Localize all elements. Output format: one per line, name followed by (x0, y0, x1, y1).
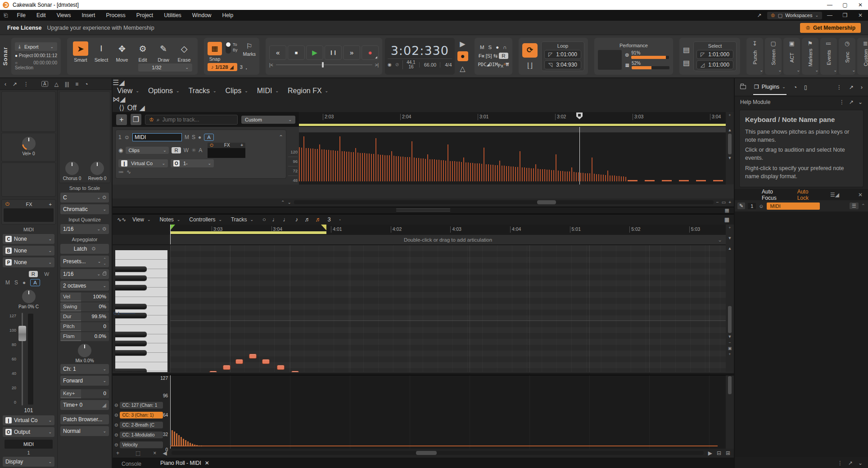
tool-smart[interactable]: ➤Smart (71, 41, 90, 63)
quantize-dropdown[interactable]: 1/16⌄⏻ (60, 224, 109, 234)
prv-grid-icon[interactable]: ▦ (724, 216, 729, 223)
crossfade-button[interactable]: ⇆ (493, 53, 498, 59)
scroll-up-icon[interactable]: ⌃ (861, 203, 865, 209)
tool-move[interactable]: ✥Move (112, 41, 132, 63)
jump-to-track-input[interactable] (163, 117, 230, 123)
controller-bar[interactable] (183, 439, 184, 446)
duration-whole-icon[interactable]: ○ (260, 216, 269, 223)
fx-bin[interactable] (4, 208, 54, 222)
more-icon[interactable]: ⋮ (836, 84, 842, 90)
scale-type-dropdown[interactable]: Chromatic⌄ (60, 204, 109, 214)
global-solo-button[interactable]: S (488, 45, 492, 50)
toolbar-vertical-module[interactable]: ▢ Screen ⌄ (765, 38, 782, 75)
select-ruler-start-icon[interactable]: ▤ (683, 45, 690, 54)
pencil-icon[interactable]: ✎ (737, 202, 745, 209)
prv-timeline-ruler[interactable]: 3:033:044:014:024:034:045:015:025:03 (170, 225, 726, 235)
prv-track-list-row[interactable]: ✎ 1 ☺ MIDI ☰ ⌃ (735, 200, 868, 212)
menu-item[interactable]: Help (217, 12, 239, 18)
close-icon[interactable]: ✕ (858, 192, 863, 198)
multidock-grip[interactable]: ▦ (113, 207, 734, 214)
track-lanes-icon[interactable]: ≔ (118, 169, 124, 175)
jump-to-track-search[interactable]: ♔ ⌕ (145, 115, 238, 125)
popout-icon[interactable]: ↗ (849, 99, 854, 105)
track-solo-button[interactable]: S (192, 134, 195, 140)
track-output-dropdown[interactable]: O1-⌄ (171, 159, 214, 167)
time-offset-field[interactable]: Time+ 0◢ (60, 400, 109, 410)
fast-forward-button[interactable]: » (343, 45, 360, 60)
dial-tab-icon[interactable]: ◔ (85, 81, 88, 87)
midi-note[interactable] (235, 359, 243, 364)
write-automation-button[interactable]: W (41, 271, 52, 277)
record-arm-icon[interactable]: ● (457, 51, 468, 61)
latch-button[interactable]: Latch⏻ (60, 244, 109, 254)
menu-item[interactable]: View⌄ (113, 87, 144, 95)
mdi-close-button[interactable]: ✕ (853, 12, 868, 18)
arm-button[interactable]: ● (23, 279, 26, 286)
notes-tab-icon[interactable]: ▯ (804, 84, 807, 90)
velocity-offset-panel[interactable]: Vel+ 0 (1, 133, 56, 162)
toolbar-vertical-module[interactable]: ▣ ACT ⌄ (783, 38, 800, 75)
param-field[interactable]: Flam0.0% (60, 332, 109, 341)
controller-bar[interactable] (174, 432, 175, 446)
loop-end-field[interactable]: ◹3:04:930 (544, 60, 581, 69)
metronome-icon[interactable]: △ (457, 64, 468, 73)
headphones-button[interactable]: ∩ (503, 45, 506, 50)
prv-vertical-scrollbar[interactable]: ▲ ▼ − ▣ + (726, 245, 734, 372)
meter-value[interactable]: 4/4 (440, 62, 452, 68)
menu-item[interactable]: Controllers⌄ (185, 216, 226, 223)
direction-dropdown[interactable]: Forward⌄ (60, 376, 109, 386)
patch-browser-button[interactable]: Patch Browser... (60, 414, 109, 424)
metronome-tab-icon[interactable]: △ (54, 81, 59, 87)
midi-note[interactable] (262, 359, 270, 364)
snap-count[interactable]: 3 (240, 64, 243, 70)
input-dropdown[interactable]: ❙Virtual Co⌄ (3, 415, 54, 425)
menu-item[interactable]: View⌄ (128, 216, 155, 223)
select-to-field[interactable]: ◿1:01:000 (696, 60, 733, 69)
articulation-strip[interactable]: Double-click or drag to add articulation… (170, 235, 726, 245)
track-input-dropdown[interactable]: ❙Virtual Co⌄ (118, 159, 168, 167)
arp-mix-control[interactable]: Mix 0.0% (59, 342, 111, 363)
toolbar-vertical-module[interactable]: ⚑ Markers ⌄ (802, 38, 818, 75)
zoom-in-icon[interactable]: + (728, 352, 731, 356)
loop-start-field[interactable]: ◸1:01:000 (544, 50, 581, 59)
chevron-down-icon[interactable]: ⌄ (858, 99, 863, 105)
track-vertical-scrollbar[interactable]: ▲ ▼ (726, 127, 734, 184)
more-icon[interactable]: ⋮ (23, 81, 29, 87)
tab-console[interactable]: Console (119, 459, 144, 468)
track-mute-button[interactable]: M (185, 134, 189, 140)
controller-lane[interactable]: ⊖CC: 1-Modulatio (114, 432, 169, 438)
snap-grid-button[interactable]: ▦ (208, 42, 222, 55)
track-snowflake-icon[interactable]: ✳ (191, 147, 196, 153)
tab-piano-roll[interactable]: Piano Roll - MIDI ✕ (158, 458, 212, 468)
mute-button[interactable]: M (5, 279, 10, 286)
scale-root-dropdown[interactable]: C⌄⏻ (60, 193, 109, 202)
tool-select[interactable]: ISelect (91, 41, 111, 63)
menu-item[interactable]: Tracks⌄ (226, 216, 258, 223)
auto-focus-button[interactable]: Auto Focus (762, 189, 782, 201)
track-hscrollbar[interactable] (294, 200, 714, 204)
snap-value-button[interactable]: ♪ 1/128 ◢ (208, 63, 237, 71)
wave-button[interactable]: ₩ (506, 62, 509, 68)
reverb-control[interactable]: Reverb 0 (88, 162, 107, 181)
patch-dropdown[interactable]: PNone⌄ (3, 257, 54, 267)
zoom-in-icon[interactable]: + (728, 200, 731, 205)
zoom-in-icon[interactable]: + (728, 113, 731, 117)
menu-item[interactable]: Insert (76, 12, 100, 18)
popout-icon[interactable]: ↗ (849, 84, 854, 90)
toolbar-vertical-module[interactable]: ≔ Events ⌄ (820, 38, 837, 75)
rewind-button[interactable]: « (269, 45, 286, 60)
key-offset-field[interactable]: Key+0 (60, 389, 109, 398)
get-membership-button[interactable]: ♔ Get Membership (800, 23, 861, 33)
time-display[interactable]: 3:02:330 (388, 44, 452, 58)
track-automation-button[interactable]: A (204, 134, 214, 141)
zoom-h-in-icon[interactable]: ⊞ (726, 450, 730, 456)
track-icon[interactable]: ☺ (124, 134, 130, 140)
tool-erase[interactable]: ◇Erase (174, 41, 194, 63)
workspaces-dropdown[interactable]: ♔ ▢ Workspaces ⌄ (767, 12, 822, 19)
loop-region-bar[interactable] (299, 124, 726, 126)
loop-start-flag[interactable] (170, 225, 175, 230)
bank-dropdown[interactable]: BNone⌄ (3, 246, 54, 256)
duration-dotted-button[interactable]: · (335, 216, 344, 223)
tool-draw[interactable]: ✎Draw (154, 41, 173, 63)
tool-duration-dropdown[interactable]: 1/32⌄ (138, 63, 192, 72)
